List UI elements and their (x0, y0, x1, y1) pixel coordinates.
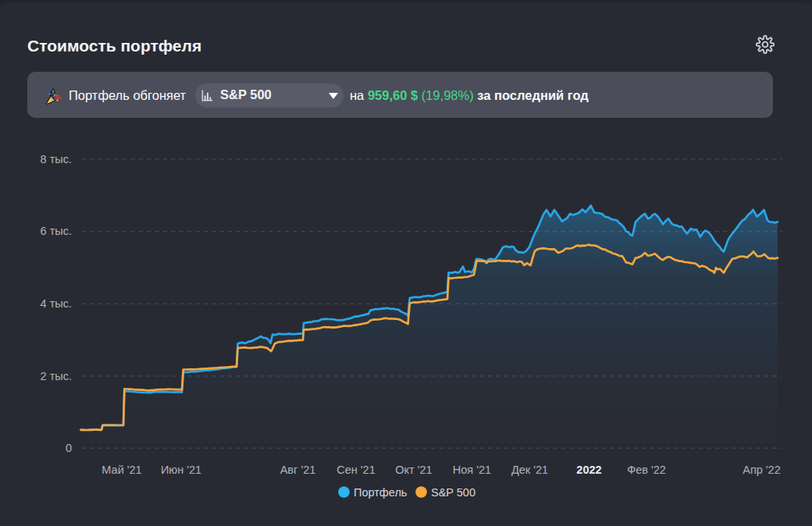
svg-text:Авг '21: Авг '21 (280, 464, 316, 476)
svg-text:0: 0 (66, 442, 72, 454)
svg-text:4 тыс.: 4 тыс. (41, 297, 72, 310)
svg-text:Май '21: Май '21 (102, 464, 141, 476)
svg-text:Портфель: Портфель (354, 486, 407, 499)
svg-text:S&P 500: S&P 500 (431, 486, 475, 499)
svg-text:Окт '21: Окт '21 (395, 464, 432, 476)
svg-text:Апр '22: Апр '22 (743, 464, 781, 476)
svg-text:6 тыс.: 6 тыс. (41, 225, 72, 237)
svg-text:2 тыс.: 2 тыс. (41, 370, 72, 382)
svg-text:Июн '21: Июн '21 (161, 464, 201, 476)
svg-text:Ноя '21: Ноя '21 (453, 464, 491, 476)
svg-text:Дек '21: Дек '21 (511, 464, 548, 476)
svg-text:2022: 2022 (576, 464, 601, 476)
svg-text:Фев '22: Фев '22 (627, 464, 666, 476)
svg-text:8 тыс.: 8 тыс. (41, 153, 72, 165)
svg-text:Сен '21: Сен '21 (337, 464, 375, 476)
